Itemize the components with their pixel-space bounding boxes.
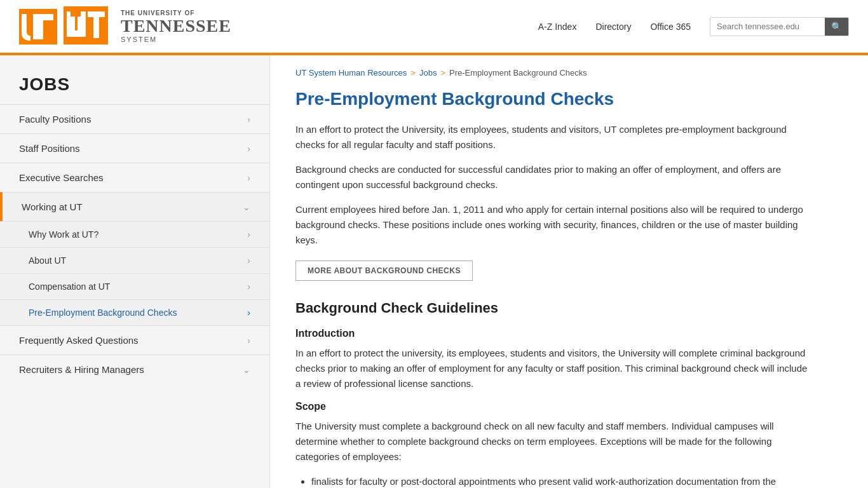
sidebar-sub-label-about: About UT xyxy=(29,255,66,266)
list-item: finalists for faculty or post-doctoral a… xyxy=(311,474,810,488)
sidebar-label-staff: Staff Positions xyxy=(19,143,80,154)
chevron-right-icon: › xyxy=(247,229,250,240)
guidelines-section-title: Background Check Guidelines xyxy=(295,300,810,316)
sidebar-sub-item-compensation[interactable]: Compensation at UT › xyxy=(0,273,269,299)
sidebar-item-staff[interactable]: Staff Positions › xyxy=(0,133,269,163)
sidebar-item-faculty[interactable]: Faculty Positions › xyxy=(0,104,269,133)
sidebar-label-recruiters: Recruiters & Hiring Managers xyxy=(19,364,144,375)
scope-text: The University must complete a backgroun… xyxy=(295,419,810,464)
sidebar-sub-label-background: Pre-Employment Background Checks xyxy=(29,308,177,318)
chevron-right-icon: › xyxy=(247,144,250,154)
intro-para-3: Current employees hired before Jan. 1, 2… xyxy=(295,202,810,248)
sidebar-label-executive: Executive Searches xyxy=(19,172,104,183)
sidebar-title: JOBS xyxy=(0,68,269,104)
sidebar-sub-label-why-work: Why Work at UT? xyxy=(29,229,98,240)
logo-text: THE UNIVERSITY OF TENNESSEE SYSTEM xyxy=(121,10,231,44)
logo-area: THE UNIVERSITY OF TENNESSEE SYSTEM xyxy=(19,6,231,46)
sidebar-item-working[interactable]: Working at UT ⌄ xyxy=(0,192,269,221)
breadcrumb-current: Pre-Employment Background Checks xyxy=(449,68,587,78)
chevron-right-icon: › xyxy=(247,336,250,346)
ut-logo xyxy=(64,6,108,44)
breadcrumb-jobs-link[interactable]: Jobs xyxy=(419,68,437,78)
search-input[interactable] xyxy=(710,18,825,35)
chevron-right-icon: › xyxy=(247,173,250,183)
az-index-link[interactable]: A-Z Index xyxy=(538,22,577,32)
intro-para-2: Background checks are conducted for succ… xyxy=(295,162,810,193)
introduction-text: In an effort to protect the university, … xyxy=(295,346,810,391)
header-nav: A-Z Index Directory Office 365 🔍 xyxy=(538,17,849,36)
scope-list: finalists for faculty or post-doctoral a… xyxy=(311,474,810,488)
ut-logo-wordmark xyxy=(19,9,57,44)
sidebar-sub-working: Why Work at UT? › About UT › Compensatio… xyxy=(0,221,269,325)
intro-para-1: In an effort to protect the University, … xyxy=(295,122,810,152)
breadcrumb: UT System Human Resources > Jobs > Pre-E… xyxy=(295,68,810,78)
directory-link[interactable]: Directory xyxy=(595,22,631,32)
sidebar-sub-item-why-work[interactable]: Why Work at UT? › xyxy=(0,221,269,247)
search-button[interactable]: 🔍 xyxy=(825,18,848,36)
sidebar-item-executive[interactable]: Executive Searches › xyxy=(0,163,269,192)
sidebar-label-working: Working at UT xyxy=(22,201,83,212)
chevron-down-icon: ⌄ xyxy=(243,365,250,375)
more-background-checks-button[interactable]: MORE ABOUT BACKGROUND CHECKS xyxy=(295,261,473,281)
sidebar-label-faq: Frequently Asked Questions xyxy=(19,335,139,346)
chevron-right-icon: › xyxy=(247,255,250,266)
breadcrumb-sep-2: > xyxy=(440,68,445,78)
main-layout: JOBS Faculty Positions › Staff Positions… xyxy=(0,55,868,488)
sidebar-sub-label-compensation: Compensation at UT xyxy=(29,281,110,292)
chevron-right-icon: › xyxy=(247,308,250,318)
office365-link[interactable]: Office 365 xyxy=(650,22,691,32)
sidebar-sub-item-about[interactable]: About UT › xyxy=(0,247,269,273)
sidebar: JOBS Faculty Positions › Staff Positions… xyxy=(0,55,270,488)
logo-text-main: TENNESSEE xyxy=(121,17,231,36)
page-title: Pre-Employment Background Checks xyxy=(295,89,810,109)
logo-text-system: SYSTEM xyxy=(121,36,231,43)
site-header: THE UNIVERSITY OF TENNESSEE SYSTEM A-Z I… xyxy=(0,0,868,55)
chevron-down-icon: ⌄ xyxy=(243,202,250,212)
chevron-right-icon: › xyxy=(247,281,250,292)
breadcrumb-sep-1: > xyxy=(410,68,416,78)
introduction-subtitle: Introduction xyxy=(295,328,810,339)
search-box: 🔍 xyxy=(710,17,849,36)
sidebar-label-faculty: Faculty Positions xyxy=(19,114,91,125)
logo-text-small: THE UNIVERSITY OF xyxy=(121,10,231,17)
sidebar-sub-item-background[interactable]: Pre-Employment Background Checks › xyxy=(0,299,269,325)
sidebar-item-recruiters[interactable]: Recruiters & Hiring Managers ⌄ xyxy=(0,355,269,384)
svg-rect-10 xyxy=(93,11,99,38)
scope-subtitle: Scope xyxy=(295,401,810,412)
chevron-right-icon: › xyxy=(247,114,250,125)
sidebar-item-faq[interactable]: Frequently Asked Questions › xyxy=(0,325,269,355)
svg-rect-8 xyxy=(71,11,81,17)
main-content: UT System Human Resources > Jobs > Pre-E… xyxy=(270,55,842,488)
breadcrumb-hr-link[interactable]: UT System Human Resources xyxy=(295,68,407,78)
